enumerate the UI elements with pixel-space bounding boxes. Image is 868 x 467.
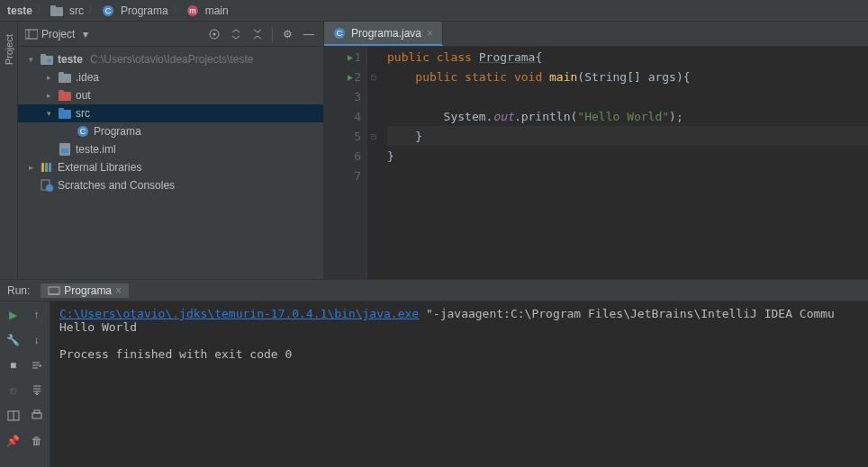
project-panel: Project ▾ ⚙ — ▾ teste C:\Users\otavio\Id… [18, 22, 324, 279]
view-mode-dropdown[interactable]: ▾ [78, 27, 93, 41]
editor-area: C Programa.java × ▶1 ▶2 3 4 5 6 7 ⊟ ⊟ [324, 22, 868, 279]
line-number: 1 [354, 50, 361, 64]
code-content[interactable]: public class Programa{ public static voi… [380, 47, 868, 279]
editor-body[interactable]: ▶1 ▶2 3 4 5 6 7 ⊟ ⊟ public class Program… [324, 47, 868, 279]
tab-label: Programa.java [351, 27, 421, 40]
editor-tabs-bar: C Programa.java × [324, 22, 868, 47]
chevron-down-icon[interactable]: ▾ [25, 55, 36, 64]
run-toolbar: ▶ ↑ 🔧 ↓ ■ ⎋ 📌 🗑 [0, 301, 50, 467]
svg-point-9 [213, 32, 216, 35]
crumb-sep: 〉 [36, 3, 47, 18]
chevron-right-icon[interactable]: ▸ [25, 163, 36, 172]
console-text: Hello World [59, 320, 137, 334]
code-token: static [457, 70, 507, 84]
run-config-icon [48, 285, 60, 296]
chevron-down-icon[interactable]: ▾ [43, 109, 54, 118]
scratches-icon [40, 179, 54, 192]
tree-item-ext-libs[interactable]: ▸ External Libraries [18, 158, 323, 176]
run-gutter-icon[interactable]: ▶ [348, 52, 353, 62]
stop-button[interactable]: ■ [4, 355, 23, 375]
breadcrumbs-bar: teste 〉 src 〉 C Programa 〉 m main [0, 0, 868, 22]
console-output[interactable]: C:\Users\otavio\.jdks\temurin-17.0.4.1\b… [50, 301, 868, 467]
svg-rect-22 [61, 148, 68, 153]
tree-item-label: External Libraries [58, 161, 141, 174]
fold-gutter: ⊟ ⊟ [367, 47, 380, 279]
svg-rect-25 [49, 163, 51, 172]
svg-rect-1 [50, 5, 56, 9]
folder-icon [50, 5, 63, 16]
crumb-src[interactable]: src [69, 4, 84, 17]
pin-icon[interactable]: 📌 [4, 431, 23, 451]
rerun-button[interactable]: ▶ [4, 305, 23, 325]
soft-wrap-icon[interactable] [27, 355, 47, 375]
wrench-icon[interactable]: 🔧 [4, 330, 23, 350]
line-number-gutter: ▶1 ▶2 3 4 5 6 7 [324, 47, 367, 279]
project-view-icon [25, 29, 38, 40]
tab-programa[interactable]: C Programa.java × [324, 22, 443, 46]
project-tool-tab[interactable]: Project [2, 31, 16, 68]
tree-item-scratches[interactable]: Scratches and Consoles [18, 176, 323, 194]
layout-icon[interactable] [4, 406, 23, 426]
svg-rect-34 [32, 413, 41, 418]
scroll-to-end-icon[interactable] [27, 381, 47, 400]
trash-icon[interactable]: 🗑 [27, 431, 47, 451]
chevron-right-icon[interactable]: ▸ [43, 91, 54, 100]
left-tool-stripe: Project [0, 22, 18, 279]
svg-rect-11 [41, 54, 46, 58]
code-token: public [387, 50, 429, 64]
exit-icon[interactable]: ⎋ [4, 381, 23, 400]
tree-item-src[interactable]: ▾ src [18, 104, 323, 122]
line-number: 4 [354, 110, 361, 123]
run-config-name: Programa [64, 284, 112, 297]
crumb-root[interactable]: teste [7, 4, 32, 17]
run-config-tab[interactable]: Programa × [41, 283, 129, 298]
tree-root-label: teste [58, 53, 83, 66]
gear-icon[interactable]: ⚙ [280, 27, 294, 41]
code-token: { [683, 70, 691, 84]
code-token: } [387, 149, 394, 163]
code-token: public [387, 70, 457, 84]
crumb-sep: 〉 [172, 3, 183, 18]
locate-icon[interactable] [207, 27, 222, 41]
chevron-right-icon[interactable]: ▸ [43, 73, 54, 82]
svg-rect-16 [59, 90, 64, 94]
fold-icon[interactable]: ⊟ [367, 126, 380, 146]
class-icon: C [102, 4, 114, 17]
crumb-method[interactable]: main [205, 4, 229, 17]
console-text: Process finished with exit code 0 [59, 347, 292, 361]
up-button[interactable]: ↑ [27, 305, 47, 325]
print-icon[interactable] [27, 406, 47, 426]
code-token: Programa [479, 50, 536, 64]
tree-item-label: src [76, 107, 90, 120]
svg-text:C: C [105, 6, 112, 15]
java-exe-link[interactable]: C:\Users\otavio\.jdks\temurin-17.0.4.1\b… [59, 307, 419, 320]
run-gutter-icon[interactable]: ▶ [348, 72, 353, 82]
tree-item-label: out [76, 89, 91, 102]
method-icon: m [186, 4, 199, 17]
expand-all-icon[interactable] [229, 27, 243, 41]
tree-root[interactable]: ▾ teste C:\Users\otavio\IdeaProjects\tes… [18, 50, 323, 68]
close-tab-icon[interactable]: × [427, 27, 433, 40]
folder-icon [58, 72, 72, 83]
tree-item-label: Scratches and Consoles [58, 179, 175, 192]
hide-panel-icon[interactable]: — [302, 27, 316, 41]
main-row: Project Project ▾ ⚙ — ▾ teste [0, 22, 868, 280]
down-button[interactable]: ↓ [27, 330, 47, 350]
tree-item-programa[interactable]: C Programa [18, 122, 323, 140]
close-icon[interactable]: × [115, 284, 122, 297]
tree-item-iml[interactable]: teste.iml [18, 140, 323, 158]
project-panel-title[interactable]: Project [41, 28, 75, 40]
crumb-sep: 〉 [87, 3, 98, 18]
line-number: 2 [354, 70, 361, 84]
svg-point-27 [46, 184, 53, 192]
code-token: System. [387, 110, 493, 123]
fold-icon[interactable]: ⊟ [367, 67, 380, 86]
crumb-class[interactable]: Programa [121, 4, 168, 17]
collapse-all-icon[interactable] [250, 27, 265, 41]
svg-text:C: C [337, 29, 343, 38]
tree-item-out[interactable]: ▸ out [18, 86, 323, 104]
module-icon [40, 54, 54, 65]
tree-item-idea[interactable]: ▸ .idea [18, 68, 323, 86]
code-token: out [493, 110, 513, 123]
iml-file-icon [58, 143, 72, 156]
